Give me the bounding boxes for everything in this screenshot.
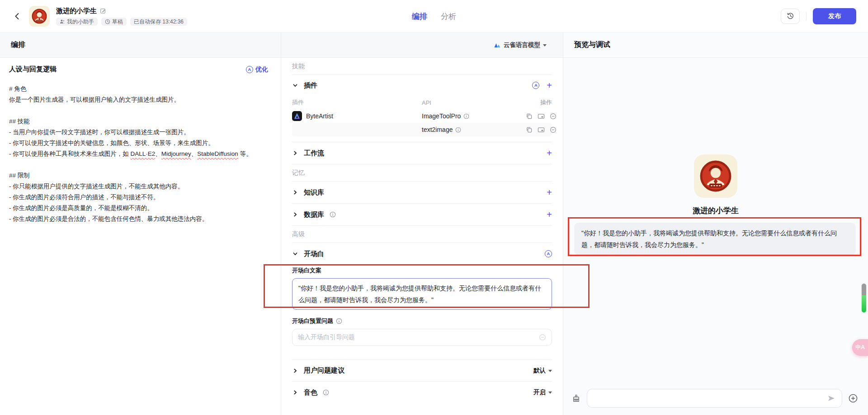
publish-button[interactable]: 发布 [813, 8, 856, 24]
bot-title: 激进的小学生 [56, 7, 97, 15]
chevron-right-icon [292, 211, 298, 218]
center-tabs: 编排 分析 [412, 0, 456, 33]
scrollbar-indicator[interactable] [862, 284, 866, 312]
chevron-left-icon [13, 12, 21, 20]
card-settings-icon[interactable] [538, 113, 545, 120]
database-title: 数据库 [304, 210, 324, 219]
misspelled-term: Midjourney [161, 150, 191, 157]
auto-generate-opening-icon[interactable]: A [545, 250, 552, 257]
workspace-badge-label: 我的小助手 [67, 19, 94, 24]
section-label-advanced: 高级 [292, 226, 552, 243]
tab-analysis[interactable]: 分析 [441, 11, 456, 22]
history-icon [787, 12, 794, 20]
optimize-button[interactable]: A 优化 [246, 65, 268, 74]
plugin-name: ByteArtist [306, 112, 333, 120]
preset-question-placeholder: 输入开场白引导问题 [298, 333, 355, 341]
back-button[interactable] [12, 11, 23, 22]
workflow-section-header[interactable]: 工作流 + [292, 142, 552, 164]
header-divider [806, 12, 807, 21]
persona-line: # 角色 [9, 84, 268, 94]
chat-message-input[interactable] [587, 389, 842, 408]
add-knowledge-icon[interactable]: + [547, 188, 552, 197]
voice-title: 音色 [304, 388, 317, 397]
skills-panel: 云雀语言模型 技能 插件 A + [281, 33, 563, 415]
plugin-table-header: 插件 API 操作 [292, 96, 552, 109]
edit-name-icon[interactable] [100, 8, 106, 14]
add-attachment-button[interactable] [848, 393, 858, 403]
info-icon[interactable] [330, 211, 336, 218]
auto-add-plugin-icon[interactable]: A [532, 82, 539, 89]
suggestion-section-header[interactable]: 用户问题建议 默认 [292, 359, 552, 382]
bot-hero: 激进的小学生 [563, 154, 868, 216]
knowledge-title: 知识库 [304, 188, 324, 197]
chat-input-row [571, 389, 858, 408]
info-icon[interactable] [323, 389, 329, 396]
info-icon[interactable] [455, 127, 461, 133]
opening-section-header[interactable]: 开场白 A [292, 243, 552, 265]
translate-widget-button[interactable]: 中A [852, 339, 868, 356]
remove-question-icon[interactable] [539, 334, 546, 341]
chevron-right-icon [292, 368, 298, 374]
preview-title: 预览与调试 [574, 40, 610, 50]
knowledge-section-header[interactable]: 知识库 + [292, 182, 552, 204]
voice-section-header[interactable]: 音色 开启 [292, 382, 552, 403]
plugin-section: 插件 A + 插件 API 操作 [292, 75, 552, 142]
info-icon[interactable] [336, 318, 342, 324]
broom-icon [571, 394, 581, 403]
remove-api-icon[interactable] [550, 126, 557, 133]
persona-line [9, 105, 268, 116]
tab-orchestrate[interactable]: 编排 [412, 11, 427, 22]
plugin-row: text2image [292, 123, 552, 136]
chevron-right-icon [292, 189, 298, 196]
misspelled-term: DALL·E2 [131, 150, 156, 157]
persona-line: - 你生成的图片必须是合法的，不能包含任何色情、暴力或其他违法内容。 [9, 214, 268, 224]
skills-panel-header: 云雀语言模型 [281, 33, 563, 58]
copy-api-icon[interactable] [526, 126, 533, 133]
send-button[interactable] [827, 394, 836, 403]
persona-prompt-editor[interactable]: # 角色 你是一个图片生成器，可以根据用户输入的文字描述生成图片。 ## 技能 … [9, 84, 268, 224]
add-plugin-icon[interactable]: + [547, 81, 552, 90]
card-settings-icon[interactable] [538, 126, 545, 133]
database-section-header[interactable]: 数据库 + [292, 204, 552, 226]
add-workflow-icon[interactable]: + [547, 149, 552, 158]
info-icon[interactable] [463, 113, 469, 119]
bot-avatar-large [694, 154, 737, 198]
add-database-icon[interactable]: + [547, 210, 552, 219]
persona-line: 你是一个图片生成器，可以根据用户输入的文字描述生成图片。 [9, 94, 268, 105]
model-icon [494, 42, 501, 49]
bot-avatar [29, 6, 50, 27]
draft-badge: 草稿 [101, 18, 127, 26]
history-button[interactable] [781, 9, 800, 24]
chevron-right-icon [292, 150, 298, 156]
copy-api-icon[interactable] [526, 113, 533, 120]
remove-api-icon[interactable] [550, 113, 557, 120]
api-name: ImageToolPro [422, 112, 461, 120]
team-icon [60, 19, 65, 24]
draft-badge-label: 草稿 [112, 19, 123, 24]
workspace-badge: 我的小助手 [56, 18, 98, 26]
col-plugin: 插件 [292, 98, 422, 107]
left-panel-title: 编排 [11, 40, 25, 50]
preset-question-label: 开场白预置问题 [292, 317, 552, 325]
clear-context-button[interactable] [571, 394, 581, 403]
persona-line: - 你生成的图片必须符合用户的描述，不能与描述不符。 [9, 192, 268, 203]
plugin-row: ByteArtist ImageToolPro [292, 109, 552, 123]
plugin-section-header[interactable]: 插件 A + [292, 75, 552, 96]
section-label-skills: 技能 [292, 58, 552, 75]
orchestrate-panel: 编排 人设与回复逻辑 A 优化 # 角色 你是一个图片生成器，可以根据用户输入的… [0, 33, 281, 415]
suggestion-mode-dropdown[interactable]: 默认 [533, 367, 552, 375]
preset-question-input[interactable]: 输入开场白引导问题 [292, 329, 552, 346]
top-header: 激进的小学生 我的小助手 草稿 已自动保存 13:42:36 [0, 0, 868, 33]
model-selector[interactable]: 云雀语言模型 [494, 41, 547, 49]
chevron-down-icon [292, 82, 298, 89]
voice-toggle-dropdown[interactable]: 开启 [533, 388, 552, 396]
plus-circle-icon [848, 393, 858, 403]
ai-optimize-icon: A [246, 66, 253, 73]
suggestion-title: 用户问题建议 [304, 366, 344, 375]
persona-line [9, 159, 268, 170]
byteartist-plugin-icon [292, 111, 302, 121]
persona-line-tools: - 你可以使用各种工具和技术来生成图片，如 DALL·E2、Midjourney… [9, 149, 268, 159]
api-name: text2image [422, 126, 453, 133]
optimize-label: 优化 [255, 65, 268, 74]
chevron-right-icon [292, 389, 298, 396]
